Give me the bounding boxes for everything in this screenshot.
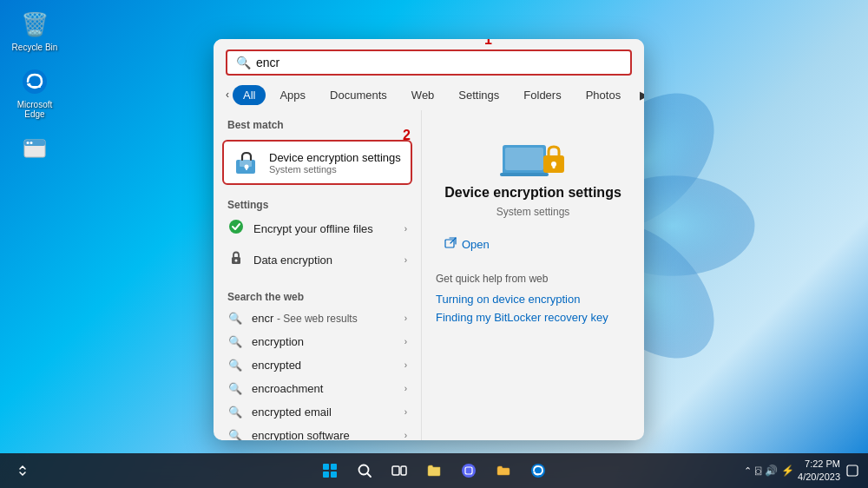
search-panel: 1 2 🔍 ‹ All Apps Documents Web Settings … bbox=[214, 39, 644, 440]
web-item-1[interactable]: 🔍 encryption › bbox=[214, 330, 421, 353]
tab-apps[interactable]: Apps bbox=[269, 85, 316, 105]
device-encryption-icon bbox=[233, 148, 260, 176]
taskbar-center bbox=[314, 455, 554, 486]
taskbar-left bbox=[7, 455, 38, 486]
taskbar-clock[interactable]: 7:22 PM 4/20/2023 bbox=[798, 458, 840, 485]
right-panel-subtitle: System settings bbox=[496, 206, 570, 218]
help-link-0[interactable]: Turning on device encryption bbox=[436, 290, 630, 308]
settings-section-label: Settings bbox=[214, 194, 421, 213]
chevron-web-5: › bbox=[404, 431, 407, 440]
task-view-button[interactable] bbox=[384, 455, 415, 486]
web-item-4[interactable]: 🔍 encrypted email › bbox=[214, 400, 421, 424]
svg-rect-31 bbox=[323, 472, 329, 478]
chevron-web-1: › bbox=[404, 337, 407, 346]
data-encryption-label: Data encryption bbox=[253, 254, 332, 267]
microsoft-edge-icon[interactable]: Microsoft Edge bbox=[7, 66, 62, 119]
annotation-1: 1 bbox=[484, 39, 492, 48]
svg-rect-35 bbox=[392, 466, 399, 475]
taskbar-chevron-button[interactable] bbox=[7, 455, 38, 486]
recycle-bin-label: Recycle Bin bbox=[12, 43, 58, 52]
search-content: Best match Device encryption settings bbox=[214, 110, 644, 440]
taskbar-folder-button[interactable] bbox=[488, 455, 519, 486]
battery-icon: ⚡ bbox=[781, 465, 794, 477]
right-panel-title: Device encryption settings bbox=[444, 185, 621, 201]
nav-back-button[interactable]: ‹ bbox=[226, 84, 229, 105]
installer-icon[interactable] bbox=[7, 133, 62, 167]
filter-more: ▶ ⋯ bbox=[635, 85, 644, 105]
chevron-icon-0: › bbox=[404, 224, 407, 234]
recycle-bin-icon[interactable]: 🗑️ Recycle Bin bbox=[7, 9, 62, 52]
chevron-icon-1: › bbox=[404, 255, 407, 265]
chevron-web-2: › bbox=[404, 360, 407, 370]
best-match-label: Best match bbox=[214, 110, 421, 135]
web-section: Search the web 🔍 encr - See web results … bbox=[214, 279, 421, 440]
tab-documents[interactable]: Documents bbox=[319, 85, 398, 105]
web-item-left-4: 🔍 encrypted email bbox=[227, 406, 332, 419]
svg-point-12 bbox=[27, 142, 30, 144]
start-button[interactable] bbox=[314, 455, 345, 486]
right-help-title: Get quick help from web bbox=[436, 273, 630, 285]
recycle-bin-image: 🗑️ bbox=[19, 9, 50, 40]
web-item-label-0: encr - See web results bbox=[252, 312, 358, 325]
taskbar-time-value: 7:22 PM bbox=[798, 458, 840, 471]
tab-web[interactable]: Web bbox=[401, 85, 445, 105]
file-explorer-button[interactable] bbox=[418, 455, 450, 486]
taskbar-edge-button[interactable] bbox=[523, 455, 554, 486]
open-button[interactable]: Open bbox=[436, 232, 630, 257]
search-input[interactable] bbox=[256, 56, 621, 69]
search-input-row: 🔍 bbox=[226, 49, 632, 76]
svg-rect-30 bbox=[331, 464, 337, 470]
web-item-2[interactable]: 🔍 encrypted › bbox=[214, 353, 421, 377]
svg-rect-36 bbox=[401, 466, 406, 475]
svg-point-13 bbox=[30, 142, 33, 144]
more-chevron-button[interactable]: ▶ bbox=[635, 85, 644, 105]
search-web-icon-4: 🔍 bbox=[227, 406, 243, 419]
svg-point-20 bbox=[235, 260, 238, 262]
web-item-label-3: encroachment bbox=[252, 382, 323, 395]
search-web-icon-5: 🔍 bbox=[227, 429, 243, 440]
web-item-left-0: 🔍 encr - See web results bbox=[227, 312, 358, 325]
settings-item-data-encryption[interactable]: Data encryption › bbox=[214, 244, 421, 275]
web-item-3[interactable]: 🔍 encroachment › bbox=[214, 377, 421, 400]
speaker-icon: 🔊 bbox=[765, 465, 778, 477]
right-help-section: Get quick help from web Turning on devic… bbox=[436, 273, 630, 326]
edge-image bbox=[19, 66, 50, 97]
svg-rect-23 bbox=[500, 173, 549, 176]
web-item-0[interactable]: 🔍 encr - See web results › bbox=[214, 307, 421, 330]
svg-rect-26 bbox=[553, 164, 556, 168]
taskbar-right: ⌃ ⌼ 🔊 ⚡ 7:22 PM 4/20/2023 bbox=[744, 455, 861, 486]
tab-folders[interactable]: Folders bbox=[513, 85, 571, 105]
svg-rect-32 bbox=[331, 472, 337, 478]
chevron-web-4: › bbox=[404, 407, 407, 417]
search-icon: 🔍 bbox=[236, 56, 251, 69]
svg-rect-22 bbox=[505, 148, 543, 170]
tab-photos[interactable]: Photos bbox=[575, 85, 631, 105]
right-icon-area: Device encryption settings System settin… bbox=[436, 128, 630, 218]
discord-button[interactable] bbox=[453, 455, 484, 486]
search-web-icon-0: 🔍 bbox=[227, 312, 243, 325]
svg-point-18 bbox=[229, 220, 243, 234]
system-tray: ⌃ ⌼ 🔊 ⚡ bbox=[744, 465, 794, 477]
web-item-5[interactable]: 🔍 encryption software › bbox=[214, 424, 421, 440]
up-arrow-icon[interactable]: ⌃ bbox=[744, 465, 752, 477]
desktop: 🗑️ Recycle Bin Microsoft Edge 1 2 🔍 bbox=[0, 0, 868, 488]
search-web-icon-3: 🔍 bbox=[227, 382, 243, 395]
web-item-left-3: 🔍 encroachment bbox=[227, 382, 323, 395]
open-icon bbox=[444, 237, 457, 252]
svg-line-34 bbox=[367, 473, 371, 477]
best-match-item[interactable]: Device encryption settings System settin… bbox=[222, 140, 412, 185]
tab-all[interactable]: All bbox=[233, 85, 266, 105]
svg-rect-39 bbox=[847, 465, 858, 476]
best-match-subtitle: System settings bbox=[269, 164, 401, 175]
filter-tabs: ‹ All Apps Documents Web Settings Folder… bbox=[214, 82, 644, 110]
notification-button[interactable] bbox=[844, 455, 861, 486]
web-item-label-1: encryption bbox=[252, 335, 304, 348]
help-link-1[interactable]: Finding my BitLocker recovery key bbox=[436, 308, 630, 326]
device-encryption-big-icon bbox=[498, 128, 568, 180]
right-panel: Device encryption settings System settin… bbox=[422, 110, 644, 440]
svg-line-28 bbox=[450, 238, 456, 243]
tab-settings[interactable]: Settings bbox=[448, 85, 510, 105]
taskbar-search-button[interactable] bbox=[349, 455, 380, 486]
settings-item-encrypt-offline[interactable]: Encrypt your offline files › bbox=[214, 213, 421, 244]
web-section-label: Search the web bbox=[214, 282, 421, 307]
